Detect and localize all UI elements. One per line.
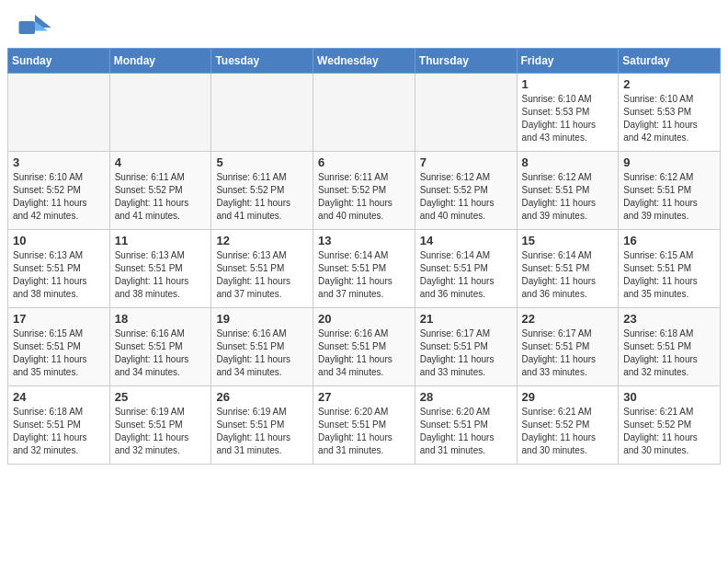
day-info: Sunrise: 6:20 AM Sunset: 5:51 PM Dayligh… (420, 406, 512, 457)
day-number: 5 (216, 155, 308, 169)
day-number: 14 (420, 234, 512, 247)
day-number: 30 (623, 390, 715, 404)
page-header (0, 0, 728, 48)
calendar-day: 3Sunrise: 6:10 AM Sunset: 5:52 PM Daylig… (8, 152, 110, 230)
calendar-day: 1Sunrise: 6:10 AM Sunset: 5:53 PM Daylig… (517, 74, 619, 152)
calendar-day: 21Sunrise: 6:17 AM Sunset: 5:51 PM Dayli… (415, 308, 517, 386)
day-info: Sunrise: 6:21 AM Sunset: 5:52 PM Dayligh… (623, 406, 715, 457)
calendar-body: 1Sunrise: 6:10 AM Sunset: 5:53 PM Daylig… (8, 74, 721, 465)
calendar-day: 7Sunrise: 6:12 AM Sunset: 5:52 PM Daylig… (415, 152, 517, 230)
day-info: Sunrise: 6:11 AM Sunset: 5:52 PM Dayligh… (318, 171, 410, 223)
day-info: Sunrise: 6:13 AM Sunset: 5:51 PM Dayligh… (115, 249, 207, 301)
calendar-day: 2Sunrise: 6:10 AM Sunset: 5:53 PM Daylig… (619, 74, 721, 152)
day-number: 29 (522, 390, 614, 404)
svg-rect-0 (19, 21, 36, 34)
calendar-day: 10Sunrise: 6:13 AM Sunset: 5:51 PM Dayli… (8, 230, 110, 308)
day-info: Sunrise: 6:17 AM Sunset: 5:51 PM Dayligh… (522, 327, 614, 379)
day-number: 17 (13, 312, 105, 326)
day-info: Sunrise: 6:11 AM Sunset: 5:52 PM Dayligh… (115, 171, 207, 223)
day-number: 23 (623, 312, 715, 326)
day-info: Sunrise: 6:18 AM Sunset: 5:51 PM Dayligh… (623, 327, 715, 379)
weekday-header-friday: Friday (517, 49, 619, 74)
day-info: Sunrise: 6:12 AM Sunset: 5:51 PM Dayligh… (522, 171, 614, 223)
calendar-header: SundayMondayTuesdayWednesdayThursdayFrid… (8, 49, 721, 74)
day-info: Sunrise: 6:19 AM Sunset: 5:51 PM Dayligh… (216, 406, 308, 457)
day-number: 6 (318, 155, 410, 169)
logo-icon (18, 15, 51, 40)
calendar-day: 16Sunrise: 6:15 AM Sunset: 5:51 PM Dayli… (619, 230, 721, 308)
calendar-day: 19Sunrise: 6:16 AM Sunset: 5:51 PM Dayli… (211, 308, 313, 386)
calendar-day: 4Sunrise: 6:11 AM Sunset: 5:52 PM Daylig… (109, 152, 211, 230)
day-number: 10 (13, 234, 105, 247)
day-info: Sunrise: 6:13 AM Sunset: 5:51 PM Dayligh… (13, 249, 105, 301)
day-info: Sunrise: 6:12 AM Sunset: 5:52 PM Dayligh… (420, 171, 512, 223)
day-number: 15 (522, 234, 614, 247)
calendar-day: 26Sunrise: 6:19 AM Sunset: 5:51 PM Dayli… (211, 386, 313, 465)
day-info: Sunrise: 6:17 AM Sunset: 5:51 PM Dayligh… (420, 327, 512, 379)
calendar-day: 9Sunrise: 6:12 AM Sunset: 5:51 PM Daylig… (619, 152, 721, 230)
calendar-day: 28Sunrise: 6:20 AM Sunset: 5:51 PM Dayli… (415, 386, 517, 465)
day-number: 7 (420, 155, 512, 169)
calendar-day: 25Sunrise: 6:19 AM Sunset: 5:51 PM Dayli… (109, 386, 211, 465)
calendar-day: 13Sunrise: 6:14 AM Sunset: 5:51 PM Dayli… (313, 230, 415, 308)
weekday-header-row: SundayMondayTuesdayWednesdayThursdayFrid… (8, 49, 721, 74)
day-number: 11 (115, 234, 207, 247)
day-info: Sunrise: 6:13 AM Sunset: 5:51 PM Dayligh… (216, 249, 308, 301)
day-number: 3 (13, 155, 105, 169)
day-number: 25 (115, 390, 207, 404)
day-info: Sunrise: 6:10 AM Sunset: 5:53 PM Dayligh… (522, 93, 614, 144)
day-number: 28 (420, 390, 512, 404)
day-info: Sunrise: 6:16 AM Sunset: 5:51 PM Dayligh… (115, 327, 207, 379)
day-number: 21 (420, 312, 512, 326)
day-info: Sunrise: 6:21 AM Sunset: 5:52 PM Dayligh… (522, 406, 614, 457)
day-number: 13 (318, 234, 410, 247)
calendar-table: SundayMondayTuesdayWednesdayThursdayFrid… (7, 48, 721, 465)
calendar-week-1: 1Sunrise: 6:10 AM Sunset: 5:53 PM Daylig… (8, 74, 721, 152)
calendar-wrapper: SundayMondayTuesdayWednesdayThursdayFrid… (0, 48, 728, 472)
weekday-header-monday: Monday (109, 49, 211, 74)
day-info: Sunrise: 6:11 AM Sunset: 5:52 PM Dayligh… (216, 171, 308, 223)
day-info: Sunrise: 6:14 AM Sunset: 5:51 PM Dayligh… (522, 249, 614, 301)
day-info: Sunrise: 6:18 AM Sunset: 5:51 PM Dayligh… (13, 406, 105, 457)
calendar-day: 23Sunrise: 6:18 AM Sunset: 5:51 PM Dayli… (619, 308, 721, 386)
calendar-week-2: 3Sunrise: 6:10 AM Sunset: 5:52 PM Daylig… (8, 152, 721, 230)
day-number: 1 (522, 77, 614, 91)
day-number: 22 (522, 312, 614, 326)
day-number: 19 (216, 312, 308, 326)
day-info: Sunrise: 6:10 AM Sunset: 5:52 PM Dayligh… (13, 171, 105, 223)
calendar-day: 5Sunrise: 6:11 AM Sunset: 5:52 PM Daylig… (211, 152, 313, 230)
calendar-day (415, 74, 517, 152)
day-info: Sunrise: 6:20 AM Sunset: 5:51 PM Dayligh… (318, 406, 410, 457)
day-number: 26 (216, 390, 308, 404)
calendar-day: 24Sunrise: 6:18 AM Sunset: 5:51 PM Dayli… (8, 386, 110, 465)
day-info: Sunrise: 6:16 AM Sunset: 5:51 PM Dayligh… (216, 327, 308, 379)
calendar-day (8, 74, 110, 152)
calendar-day: 12Sunrise: 6:13 AM Sunset: 5:51 PM Dayli… (211, 230, 313, 308)
calendar-day: 27Sunrise: 6:20 AM Sunset: 5:51 PM Dayli… (313, 386, 415, 465)
day-info: Sunrise: 6:15 AM Sunset: 5:51 PM Dayligh… (13, 327, 105, 379)
calendar-day: 30Sunrise: 6:21 AM Sunset: 5:52 PM Dayli… (619, 386, 721, 465)
day-info: Sunrise: 6:14 AM Sunset: 5:51 PM Dayligh… (420, 249, 512, 301)
calendar-day (211, 74, 313, 152)
day-number: 24 (13, 390, 105, 404)
day-info: Sunrise: 6:19 AM Sunset: 5:51 PM Dayligh… (115, 406, 207, 457)
calendar-day: 14Sunrise: 6:14 AM Sunset: 5:51 PM Dayli… (415, 230, 517, 308)
calendar-day: 15Sunrise: 6:14 AM Sunset: 5:51 PM Dayli… (517, 230, 619, 308)
calendar-week-5: 24Sunrise: 6:18 AM Sunset: 5:51 PM Dayli… (8, 386, 721, 465)
day-number: 27 (318, 390, 410, 404)
day-number: 2 (623, 77, 715, 91)
calendar-day (109, 74, 211, 152)
day-number: 16 (623, 234, 715, 247)
day-number: 8 (522, 155, 614, 169)
calendar-day: 11Sunrise: 6:13 AM Sunset: 5:51 PM Dayli… (109, 230, 211, 308)
calendar-day: 20Sunrise: 6:16 AM Sunset: 5:51 PM Dayli… (313, 308, 415, 386)
calendar-day: 17Sunrise: 6:15 AM Sunset: 5:51 PM Dayli… (8, 308, 110, 386)
weekday-header-tuesday: Tuesday (211, 49, 313, 74)
day-info: Sunrise: 6:14 AM Sunset: 5:51 PM Dayligh… (318, 249, 410, 301)
weekday-header-thursday: Thursday (415, 49, 517, 74)
day-number: 9 (623, 155, 715, 169)
day-info: Sunrise: 6:12 AM Sunset: 5:51 PM Dayligh… (623, 171, 715, 223)
calendar-day: 8Sunrise: 6:12 AM Sunset: 5:51 PM Daylig… (517, 152, 619, 230)
day-number: 18 (115, 312, 207, 326)
weekday-header-sunday: Sunday (8, 49, 110, 74)
